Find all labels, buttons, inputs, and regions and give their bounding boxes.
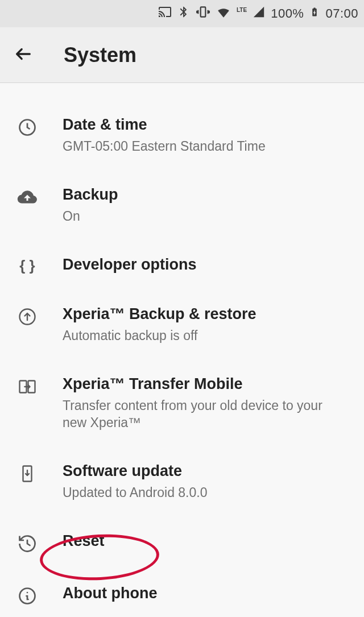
item-title: Developer options [63,255,348,275]
status-bar: LTE 100% 07:00 [0,0,364,27]
item-title: Reset [63,531,348,551]
clock-icon [16,115,39,138]
status-icons: LTE 100% 07:00 [158,5,358,23]
battery-charging-icon [309,5,320,23]
item-xperia-backup-restore[interactable]: Xperia™ Backup & restore Automatic backu… [0,289,364,359]
battery-percentage: 100% [271,6,304,21]
wifi-icon [216,5,231,23]
transfer-icon [16,374,39,397]
braces-icon: { } [16,255,39,275]
item-subtitle: Transfer content from your old device to… [63,397,348,432]
item-title: Date & time [63,115,348,135]
cloud-upload-icon [16,185,39,208]
item-subtitle: Updated to Android 8.0.0 [63,485,348,502]
xperia-backup-icon [16,304,39,327]
item-title: Backup [63,185,348,205]
item-xperia-transfer-mobile[interactable]: Xperia™ Transfer Mobile Transfer content… [0,359,364,446]
cast-icon [158,5,172,22]
svg-rect-0 [201,7,206,16]
item-software-update[interactable]: Software update Updated to Android 8.0.0 [0,446,364,516]
item-title: About phone [63,583,348,603]
status-time: 07:00 [325,6,358,21]
item-subtitle: Automatic backup is off [63,328,348,345]
app-bar: System [0,27,364,83]
signal-icon [253,6,265,22]
item-title: Xperia™ Transfer Mobile [63,374,348,394]
item-subtitle: On [63,208,348,225]
info-icon [16,583,39,606]
item-date-time[interactable]: Date & time GMT-05:00 Eastern Standard T… [0,100,364,170]
back-icon[interactable] [14,44,33,66]
settings-list: Date & time GMT-05:00 Eastern Standard T… [0,83,364,606]
phone-download-icon [16,461,39,484]
item-about-phone[interactable]: About phone [0,569,364,606]
restore-icon [16,531,39,554]
item-title: Xperia™ Backup & restore [63,304,348,324]
bluetooth-icon [177,6,190,22]
item-title: Software update [63,461,348,481]
item-developer-options[interactable]: { } Developer options [0,240,364,289]
page-title: System [64,43,136,67]
network-type-label: LTE [237,7,247,13]
item-reset[interactable]: Reset [0,516,364,569]
item-subtitle: GMT-05:00 Eastern Standard Time [63,138,348,155]
item-backup[interactable]: Backup On [0,170,364,240]
vibrate-icon [196,5,210,23]
